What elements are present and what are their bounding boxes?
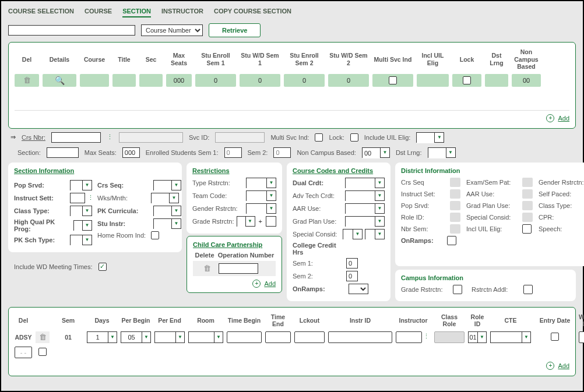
g2r-cr[interactable]: 01▼ — [468, 331, 487, 343]
stu-instr-dd[interactable]: ▼ — [153, 218, 181, 229]
g2r-ii[interactable] — [396, 331, 422, 343]
dual-crdt-dd[interactable]: ▼ — [345, 178, 385, 188]
plus-icon[interactable]: + — [546, 114, 554, 122]
plus-icon[interactable]: + — [546, 362, 554, 370]
tab-course[interactable]: COURSE — [85, 6, 112, 17]
ccp-del[interactable]: 🗑 — [195, 264, 219, 273]
add-meeting-link[interactable]: Add — [558, 362, 569, 369]
g2r-lk[interactable] — [328, 331, 392, 343]
d-nbr: Nbr Sem: — [401, 225, 445, 232]
wks-mnth-label: Wks/Mnth: — [97, 195, 149, 202]
picker-icon[interactable]: ⋮ — [422, 331, 431, 343]
g2r-room[interactable] — [227, 331, 262, 343]
g2r-te[interactable] — [294, 331, 325, 343]
team-code-label: Team Code: — [192, 192, 244, 199]
g2r-ri[interactable]: ▼ — [490, 331, 531, 343]
g2r-cte[interactable] — [551, 333, 559, 341]
row-sec[interactable] — [139, 74, 163, 87]
tab-section[interactable]: SECTION — [122, 6, 151, 17]
es1-input — [224, 147, 242, 158]
row-title — [112, 74, 136, 87]
g2r-n: 01 — [53, 334, 83, 341]
sc-dd[interactable]: ▼ — [343, 229, 363, 239]
section-input[interactable] — [47, 147, 79, 158]
course-input[interactable] — [8, 25, 135, 36]
cch-sem2-input[interactable] — [346, 271, 358, 281]
cch-sem1-input[interactable] — [346, 258, 358, 269]
instruct-sett-input[interactable] — [70, 193, 85, 203]
row-lock[interactable] — [452, 74, 481, 87]
row-course[interactable] — [80, 74, 109, 87]
tab-instructor[interactable]: INSTRUCTOR — [161, 6, 203, 17]
ccp-del-header: Delete — [193, 252, 216, 259]
g2r-ed[interactable]: - - — [579, 331, 584, 343]
col-msi: Multi Svc Ind — [372, 56, 413, 63]
hq-pk-dd[interactable]: ▼ — [73, 220, 92, 231]
row-details[interactable]: 🔍 — [43, 74, 76, 87]
onramps-select[interactable] — [349, 284, 368, 294]
row-es1: 0 — [195, 74, 236, 87]
op-number-input[interactable] — [219, 263, 258, 274]
crs-seq-label: Crs Seq: — [97, 182, 151, 189]
cch-sem2-label: Sem 2: — [293, 273, 344, 280]
include-wd-label: Include WD Meeting Times: — [14, 263, 93, 270]
col-max-seats: Max Seats — [166, 52, 192, 66]
g2r-ad[interactable] — [38, 348, 47, 356]
row-wd1: 0 — [240, 74, 280, 87]
g2r-sem[interactable]: 1▼ — [87, 331, 117, 343]
class-type-dd[interactable]: ▼ — [70, 206, 92, 216]
include-wd-checkbox[interactable]: ✓ — [98, 263, 107, 271]
g2r-pe[interactable]: ▼ — [188, 331, 223, 343]
home-room-checkbox[interactable] — [151, 231, 159, 239]
picker-icon[interactable]: ⋮ — [87, 194, 94, 202]
team-code-dd[interactable]: ▼ — [246, 190, 276, 201]
picker-icon[interactable]: ⋮ — [107, 133, 113, 141]
g2r-del[interactable]: 🗑 — [36, 331, 50, 343]
ncb-dropdown[interactable]: ▼ — [362, 147, 390, 158]
multi-svc-checkbox[interactable] — [315, 133, 323, 142]
dst-dropdown[interactable]: ▼ — [428, 147, 456, 158]
d-role: Role ID: — [401, 214, 445, 221]
d-pop: Pop Srvd: — [401, 202, 445, 209]
lock-checkbox[interactable] — [350, 133, 358, 142]
add-section-link[interactable]: Add — [558, 115, 569, 122]
d-sc-v — [522, 213, 533, 222]
section-information-panel: Section Information Pop Srvd:▼ Instruct … — [8, 163, 182, 252]
tab-copy-course-section[interactable]: COPY COURSE SECTION — [214, 6, 291, 17]
grade-rstrctn-addl[interactable] — [266, 216, 276, 227]
dst-label: Dst Lrng: — [396, 149, 422, 156]
grade-rstrctn-label: Grade Rstrctn: — [192, 218, 234, 225]
course-select[interactable]: Course Number — [141, 24, 203, 36]
tab-course-selection[interactable]: COURSE SELECTION — [8, 6, 74, 17]
district-title: District Information — [401, 167, 584, 174]
grad-plan-dd[interactable]: ▼ — [345, 216, 385, 227]
g2r-wd[interactable]: - - — [15, 347, 32, 358]
crs-seq-dd[interactable]: ▼ — [153, 180, 181, 190]
type-rstrctn-dd[interactable]: ▼ — [246, 178, 276, 188]
plus-icon[interactable]: + — [252, 280, 261, 288]
aar-use-dd[interactable]: ▼ — [345, 203, 385, 214]
wks-mnth-dd[interactable]: ▼ — [151, 193, 179, 203]
sc2-dd[interactable]: ▼ — [365, 229, 385, 239]
row-del[interactable]: 🗑 — [15, 74, 39, 87]
pk-curr-dd[interactable]: ▼ — [153, 206, 181, 216]
g2r-pb[interactable]: ▼ — [154, 331, 185, 343]
retrieve-button[interactable]: Retrieve — [209, 23, 261, 37]
add-ccp-link[interactable]: Add — [264, 280, 276, 287]
crs-nbr-input[interactable] — [51, 132, 101, 143]
section-grid-card: Del Details Course Title Sec Max Seats S… — [8, 42, 576, 129]
incl-uil-dropdown[interactable]: ▼ — [416, 132, 444, 143]
es1-label: Enrolled Students Sem 1: — [146, 149, 219, 156]
row-max-seats[interactable]: 000 — [166, 74, 192, 87]
row-msi[interactable] — [372, 74, 413, 87]
pk-sch-dd[interactable]: ▼ — [70, 235, 92, 245]
max-seats-input[interactable] — [122, 147, 140, 158]
gender-rstrctn-dd[interactable]: ▼ — [246, 203, 276, 214]
adv-tech-dd[interactable]: ▼ — [345, 190, 385, 201]
pop-srvd-dd[interactable]: ▼ — [70, 180, 92, 190]
g2r-days[interactable]: 05▼ — [121, 331, 151, 343]
g2r-tb[interactable] — [265, 331, 291, 343]
g2-days: Days — [87, 317, 117, 324]
magnifier-icon: 🔍 — [55, 76, 65, 85]
grade-rstrctn-dd[interactable]: ▼ — [237, 216, 255, 227]
